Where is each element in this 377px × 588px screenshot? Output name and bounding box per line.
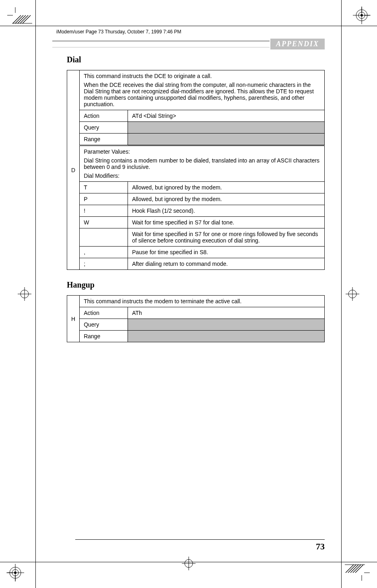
- crop-frame-left: [35, 0, 36, 588]
- dial-mod-val: Pause for time specified in S8.: [128, 247, 325, 258]
- dial-mod-key: P: [80, 193, 128, 205]
- svg-line-29: [18, 15, 26, 23]
- dial-modifier-row: ! Hook Flash (1/2 second).: [67, 205, 325, 217]
- hangup-query-value: [128, 319, 325, 331]
- appendix-label: APPENDIX: [270, 39, 325, 49]
- hangup-heading: Hangup: [67, 280, 325, 290]
- dial-modifier-row: , Pause for time specified in S8.: [67, 247, 325, 258]
- hangup-query-label: Query: [80, 319, 128, 331]
- dial-modifier-row: T Allowed, but ignored by the modem.: [67, 182, 325, 193]
- hangup-description: This command instructs the modem to term…: [80, 296, 325, 307]
- page-number: 73: [316, 541, 325, 552]
- page-number-rule: [75, 539, 325, 540]
- hangup-action-value: ATh: [128, 307, 325, 319]
- svg-line-33: [346, 565, 354, 573]
- crop-frame-bottom: [0, 562, 377, 562]
- crosshair-right: [346, 287, 359, 301]
- hangup-range-label: Range: [80, 331, 128, 342]
- dial-modifier-row: W Wait for time specified in S7 for dial…: [67, 217, 325, 228]
- hangup-range-value: [128, 331, 325, 342]
- registration-target-tr: [352, 6, 371, 25]
- dial-description: This command instructs the DCE to origin…: [80, 70, 325, 110]
- dial-modifier-row: P Allowed, but ignored by the modem.: [67, 193, 325, 205]
- dial-mod-key: [80, 228, 128, 247]
- registration-target-bl: [6, 563, 25, 582]
- hatch-decoration-tl: [12, 14, 32, 24]
- dial-mod-val: Wait for time specified in S7 for dial t…: [128, 217, 325, 228]
- dial-range-label: Range: [80, 134, 128, 146]
- svg-line-36: [353, 565, 361, 573]
- svg-line-27: [13, 15, 21, 23]
- page-content: iModem/user Page 73 Thursday, October 7,…: [52, 29, 325, 552]
- svg-line-30: [20, 15, 28, 23]
- dial-desc-p1: This command instructs the DCE to origin…: [84, 73, 320, 79]
- dial-mod-key: ,: [80, 247, 128, 258]
- dial-mod-key: T: [80, 182, 128, 193]
- dial-action-value: ATd <Dial String>: [128, 110, 325, 122]
- dial-param-desc: Dial String contains a modem number to b…: [84, 157, 320, 170]
- appendix-rule: [52, 40, 270, 47]
- dial-mod-val: After dialing return to command mode.: [128, 258, 325, 270]
- hangup-letter-cell: H: [67, 296, 80, 342]
- dial-mod-val: Hook Flash (1/2 second).: [128, 205, 325, 217]
- svg-line-37: [355, 565, 363, 573]
- hangup-table: H This command instructs the modem to te…: [67, 295, 325, 342]
- crosshair-bottom: [182, 557, 196, 570]
- dial-mod-key: W: [80, 217, 128, 228]
- hangup-action-label: Action: [80, 307, 128, 319]
- dial-query-label: Query: [80, 122, 128, 134]
- svg-line-31: [23, 15, 31, 23]
- appendix-bar: APPENDIX: [52, 39, 325, 49]
- dial-mod-key: !: [80, 205, 128, 217]
- dial-mod-val: Allowed, but ignored by the modem.: [128, 182, 325, 193]
- dial-modifier-row: Wait for time specified in S7 for one or…: [67, 228, 325, 247]
- dial-desc-p2: When the DCE receives the dial string fr…: [84, 82, 320, 107]
- dial-mod-key: ;: [80, 258, 128, 270]
- hatch-decoration-br: [345, 564, 365, 574]
- dial-modifiers-header: Dial Modifiers:: [84, 173, 320, 179]
- dial-param-header: Parameter Values:: [84, 148, 320, 155]
- dial-mod-val: Wait for time specified in S7 for one or…: [128, 228, 325, 247]
- crop-frame-top: [0, 26, 377, 26]
- svg-line-35: [350, 565, 358, 573]
- dial-query-value: [128, 122, 325, 134]
- dial-letter-cell: D: [67, 70, 80, 270]
- dial-table: D This command instructs the DCE to orig…: [67, 70, 325, 270]
- svg-line-34: [348, 565, 356, 573]
- dial-range-value: [128, 134, 325, 146]
- crosshair-left: [18, 287, 31, 301]
- dial-heading: Dial: [67, 55, 325, 64]
- dial-action-label: Action: [80, 110, 128, 122]
- crop-frame-right: [341, 0, 342, 588]
- dial-modifier-row: ; After dialing return to command mode.: [67, 258, 325, 270]
- running-header: iModem/user Page 73 Thursday, October 7,…: [56, 29, 325, 35]
- dial-parameter-block: Parameter Values: Dial String contains a…: [80, 146, 325, 182]
- svg-line-28: [15, 15, 23, 23]
- dial-mod-val: Allowed, but ignored by the modem.: [128, 193, 325, 205]
